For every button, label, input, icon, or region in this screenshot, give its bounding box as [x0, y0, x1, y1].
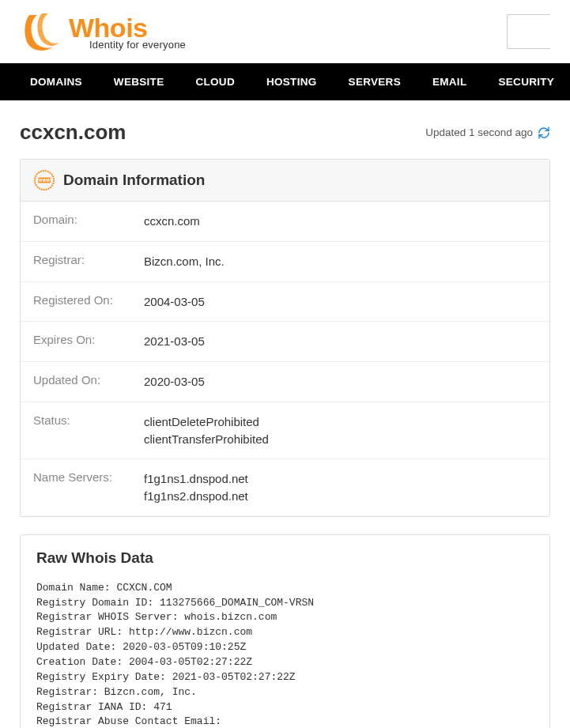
svg-text:WWW: WWW	[38, 178, 51, 183]
logo-icon	[20, 10, 62, 53]
search-input[interactable]	[507, 14, 550, 49]
updated-text: Updated 1 second ago	[425, 126, 533, 138]
info-label: Expires On:	[33, 333, 144, 350]
raw-whois-card: Raw Whois Data Domain Name: CCXCN.COM Re…	[20, 534, 550, 728]
info-value: 2021-03-05	[144, 333, 205, 350]
nav-servers[interactable]: SERVERS	[333, 63, 417, 100]
title-row: ccxcn.com Updated 1 second ago	[20, 120, 550, 145]
info-label: Status:	[33, 413, 144, 448]
updated-status: Updated 1 second ago	[425, 126, 550, 139]
main-nav: DOMAINS WEBSITE CLOUD HOSTING SERVERS EM…	[0, 63, 570, 100]
content: ccxcn.com Updated 1 second ago WWW Domai…	[0, 100, 570, 728]
info-label: Name Servers:	[33, 470, 144, 505]
info-label: Registrar:	[33, 253, 144, 270]
header: Whois Identity for everyone	[0, 0, 570, 63]
info-row: Status:clientDeleteProhibitedclientTrans…	[21, 402, 549, 460]
info-label: Updated On:	[33, 373, 144, 390]
info-value: clientDeleteProhibitedclientTransferProh…	[144, 413, 269, 448]
nav-domains[interactable]: DOMAINS	[14, 63, 98, 100]
info-row: Registered On:2004-03-05	[21, 282, 549, 323]
logo[interactable]: Whois Identity for everyone	[20, 10, 186, 53]
info-label: Domain:	[33, 213, 144, 230]
logo-text: Whois Identity for everyone	[69, 14, 186, 50]
nav-cloud[interactable]: CLOUD	[179, 63, 251, 100]
refresh-icon[interactable]	[538, 126, 550, 139]
nav-hosting[interactable]: HOSTING	[251, 63, 333, 100]
nav-email[interactable]: EMAIL	[417, 63, 483, 100]
logo-tagline: Identity for everyone	[69, 40, 186, 50]
info-value: f1g1ns1.dnspod.netf1g1ns2.dnspod.net	[144, 470, 248, 505]
nav-security[interactable]: SECURITY	[482, 63, 570, 100]
nav-website[interactable]: WEBSITE	[98, 63, 180, 100]
www-icon: WWW	[33, 169, 55, 191]
raw-whois-text: Domain Name: CCXCN.COM Registry Domain I…	[36, 581, 534, 728]
info-label: Registered On:	[33, 293, 144, 311]
domain-info-body: Domain:ccxcn.comRegistrar:Bizcn.com, Inc…	[21, 202, 549, 516]
domain-info-card: WWW Domain Information Domain:ccxcn.comR…	[20, 159, 550, 517]
page-title: ccxcn.com	[20, 120, 126, 145]
info-value: ccxcn.com	[144, 213, 200, 230]
domain-info-header: WWW Domain Information	[21, 160, 549, 202]
info-value: 2020-03-05	[144, 373, 205, 390]
logo-word: Whois	[69, 14, 186, 41]
info-row: Domain:ccxcn.com	[21, 202, 549, 242]
domain-info-heading: Domain Information	[63, 172, 205, 189]
info-value: 2004-03-05	[144, 293, 205, 311]
info-row: Registrar:Bizcn.com, Inc.	[21, 242, 549, 282]
raw-whois-heading: Raw Whois Data	[36, 549, 534, 567]
info-row: Updated On:2020-03-05	[21, 362, 549, 402]
info-value: Bizcn.com, Inc.	[144, 253, 225, 270]
info-row: Expires On:2021-03-05	[21, 322, 549, 362]
info-row: Name Servers:f1g1ns1.dnspod.netf1g1ns2.d…	[21, 459, 549, 516]
